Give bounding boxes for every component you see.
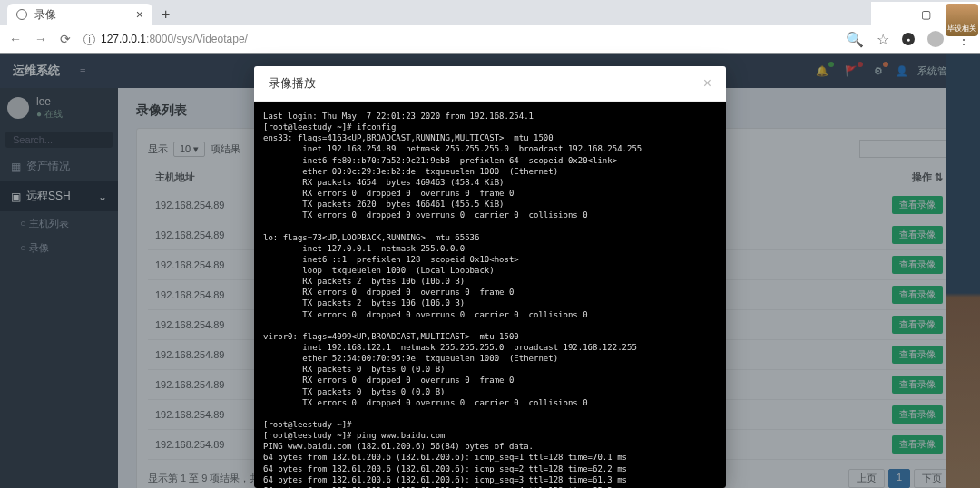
- reload-button[interactable]: ⟳: [60, 32, 71, 46]
- maximize-button[interactable]: ▢: [907, 2, 944, 27]
- browser-chrome: 录像 × + — ▢ ✕ ← → ⟳ i 127.0.0.1:8000/sys/…: [0, 0, 980, 54]
- modal-close-icon[interactable]: ×: [703, 75, 711, 92]
- modal-overlay[interactable]: 录像播放 × Last login: Thu May 7 22:01:23 20…: [0, 53, 980, 488]
- tab-title: 录像: [34, 7, 56, 23]
- url-text: 127.0.0.1:8000/sys/Videotape/: [101, 33, 248, 45]
- back-button[interactable]: ←: [9, 32, 22, 46]
- playback-modal: 录像播放 × Last login: Thu May 7 22:01:23 20…: [254, 66, 726, 488]
- browser-tab[interactable]: 录像 ×: [7, 4, 152, 26]
- address-bar: ← → ⟳ i 127.0.0.1:8000/sys/Videotape/ 🔍 …: [0, 25, 980, 53]
- globe-icon: [16, 9, 27, 20]
- extension-icon[interactable]: ●: [902, 33, 915, 45]
- tab-close-icon[interactable]: ×: [136, 7, 143, 22]
- terminal-output[interactable]: Last login: Thu May 7 22:01:23 2020 from…: [254, 102, 726, 488]
- modal-title: 录像播放: [269, 75, 316, 92]
- site-info-icon[interactable]: i: [83, 34, 95, 45]
- search-icon[interactable]: 🔍: [846, 31, 864, 48]
- forward-button[interactable]: →: [34, 32, 47, 46]
- desktop-folder-icon[interactable]: 毕设相关: [946, 4, 978, 36]
- url-box[interactable]: i 127.0.0.1:8000/sys/Videotape/: [83, 33, 833, 45]
- minimize-button[interactable]: —: [871, 2, 907, 27]
- tab-bar: 录像 × + — ▢ ✕: [0, 0, 980, 25]
- new-tab-button[interactable]: +: [152, 6, 179, 23]
- bookmark-icon[interactable]: ☆: [877, 31, 889, 48]
